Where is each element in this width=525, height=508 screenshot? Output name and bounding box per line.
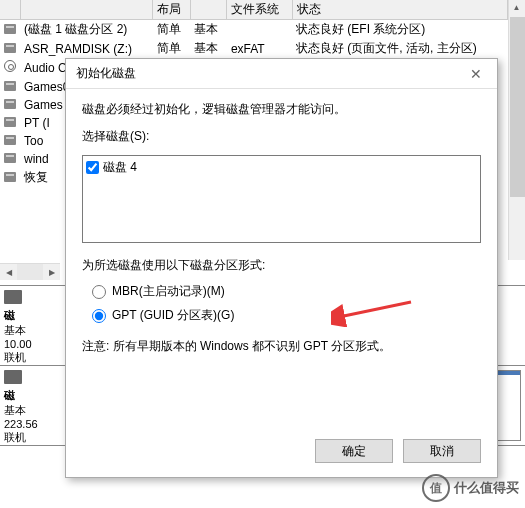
dialog-message: 磁盘必须经过初始化，逻辑磁盘管理器才能访问。	[82, 101, 481, 118]
scroll-right-icon[interactable]: ▶	[43, 264, 60, 281]
partition-style-label: 为所选磁盘使用以下磁盘分区形式:	[82, 257, 481, 274]
scroll-left-icon[interactable]: ◀	[0, 264, 17, 281]
mbr-radio[interactable]	[92, 285, 106, 299]
volume-icon	[4, 117, 16, 127]
disk-list-item[interactable]: 磁盘 4	[85, 158, 478, 177]
table-row[interactable]: ASR_RAMDISK (Z:)简单基本exFAT状态良好 (页面文件, 活动,…	[0, 39, 525, 58]
dialog-title: 初始化磁盘	[76, 65, 136, 82]
gpt-radio-item[interactable]: GPT (GUID 分区表)(G)	[92, 307, 481, 324]
initialize-disk-dialog: 初始化磁盘 ✕ 磁盘必须经过初始化，逻辑磁盘管理器才能访问。 选择磁盘(S): …	[65, 58, 498, 478]
volume-icon	[4, 99, 16, 109]
scroll-thumb[interactable]	[510, 17, 525, 197]
dialog-titlebar[interactable]: 初始化磁盘 ✕	[66, 59, 497, 89]
disk-listbox[interactable]: 磁盘 4	[82, 155, 481, 243]
close-icon[interactable]: ✕	[461, 62, 491, 86]
scroll-up-icon[interactable]: ▲	[509, 0, 524, 15]
cancel-button[interactable]: 取消	[403, 439, 481, 463]
horizontal-scrollbar[interactable]: ◀ ▶	[0, 263, 60, 280]
select-disk-label: 选择磁盘(S):	[82, 128, 481, 145]
volume-icon	[4, 43, 16, 53]
volume-icon	[4, 24, 16, 34]
column-headers: 布局文件系统状态	[0, 0, 525, 20]
disk-checkbox[interactable]	[86, 161, 99, 174]
volume-icon	[4, 153, 16, 163]
volume-icon	[4, 135, 16, 145]
gpt-radio[interactable]	[92, 309, 106, 323]
watermark: 值 什么值得买	[422, 474, 519, 502]
watermark-icon: 值	[422, 474, 450, 502]
volume-icon	[4, 81, 16, 91]
ok-button[interactable]: 确定	[315, 439, 393, 463]
disk-icon	[4, 290, 22, 304]
cd-icon	[4, 60, 16, 72]
table-row[interactable]: (磁盘 1 磁盘分区 2)简单基本状态良好 (EFI 系统分区)1	[0, 20, 525, 40]
vertical-scrollbar[interactable]: ▲	[508, 0, 525, 260]
volume-icon	[4, 172, 16, 182]
gpt-note: 注意: 所有早期版本的 Windows 都不识别 GPT 分区形式。	[82, 338, 481, 355]
disk-icon	[4, 370, 22, 384]
mbr-radio-item[interactable]: MBR(主启动记录)(M)	[92, 283, 481, 300]
